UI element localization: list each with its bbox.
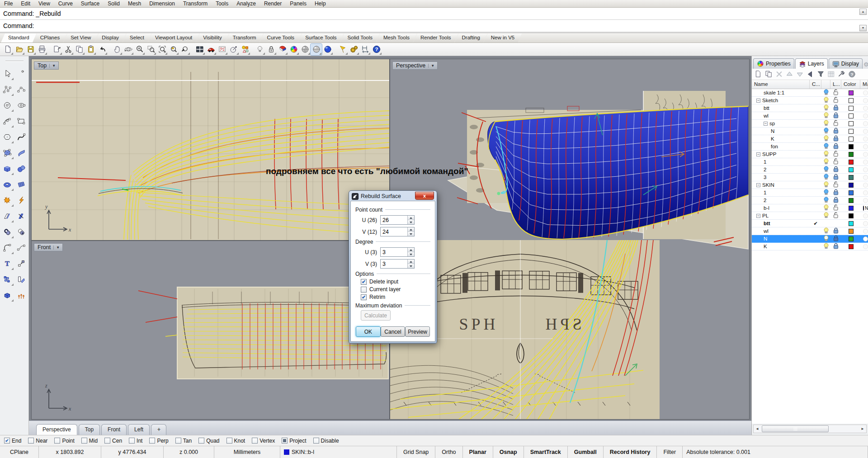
arc-icon[interactable] [0, 113, 14, 129]
menu-item-tools[interactable]: Tools [212, 0, 232, 8]
box-icon[interactable] [0, 161, 14, 176]
checkbox-icon[interactable]: ✔ [4, 438, 10, 444]
layer-material-cell[interactable] [860, 198, 868, 203]
checkbox-icon[interactable] [198, 438, 204, 444]
scroll-right-icon[interactable]: ► [859, 425, 866, 433]
undo-view-icon[interactable] [179, 44, 190, 55]
layer-color-cell[interactable] [841, 137, 860, 142]
layer-visibility-cell[interactable] [821, 89, 830, 97]
expander-icon[interactable]: − [756, 214, 760, 218]
layer-visibility-cell[interactable] [821, 243, 830, 250]
menu-item-edit[interactable]: Edit [17, 0, 34, 8]
undo-icon[interactable] [96, 44, 108, 55]
edit-page-icon[interactable] [51, 44, 62, 55]
layer-material-cell[interactable] [860, 175, 868, 180]
layer-lock-cell[interactable] [830, 112, 841, 119]
osnap-knot[interactable]: Knot [226, 438, 245, 444]
save-icon[interactable] [25, 44, 36, 55]
layer-material-cell[interactable] [860, 229, 868, 234]
viewport-tab-left[interactable]: Left [128, 424, 150, 435]
sphere-a-icon[interactable] [299, 44, 311, 55]
status-pane-gumball[interactable]: Gumball [568, 446, 604, 458]
menu-item-solid[interactable]: Solid [104, 0, 124, 8]
cut-icon[interactable] [62, 44, 74, 55]
tools-icon[interactable] [837, 70, 846, 79]
delete-layer-icon[interactable] [775, 70, 783, 79]
layer-material-cell[interactable] [860, 167, 868, 172]
layer-color-cell[interactable] [841, 175, 860, 180]
srf-pts-icon[interactable] [0, 145, 14, 161]
help-icon[interactable]: ? [371, 44, 382, 55]
checkbox-icon[interactable] [149, 438, 155, 444]
toolbar-tab-select[interactable]: Select [123, 33, 151, 42]
color-wheel-icon[interactable] [288, 44, 299, 55]
shapes-icon[interactable] [239, 44, 250, 55]
lightning-icon[interactable] [14, 192, 28, 208]
ellipse-icon[interactable] [14, 97, 28, 113]
osnap-vertex[interactable]: Vertex [252, 438, 275, 444]
layer-visibility-cell[interactable] [821, 97, 830, 104]
status-pane-osnap[interactable]: Osnap [493, 446, 524, 458]
layer-visibility-cell[interactable] [821, 151, 830, 158]
toolbar-tab-curve-tools[interactable]: Curve Tools [260, 33, 302, 42]
layer-lock-cell[interactable] [830, 181, 841, 189]
array-shear-icon[interactable] [14, 271, 28, 287]
chevron-down-icon[interactable]: ▼ [49, 64, 57, 68]
copy-icon[interactable] [74, 44, 85, 55]
layer-lock-cell[interactable] [830, 204, 841, 212]
layer-visibility-cell[interactable] [821, 104, 830, 112]
osnap-cen[interactable]: Cen [104, 438, 122, 444]
layer-visibility-cell[interactable] [821, 166, 830, 174]
help-gray-icon[interactable]: ? [848, 70, 856, 79]
layer-lock-cell[interactable] [830, 166, 841, 173]
checkbox-icon[interactable]: ✔ [361, 294, 367, 300]
layer-color-cell[interactable] [841, 106, 860, 111]
osnap-disable[interactable]: Disable [313, 438, 339, 444]
toolbar-tab-viewport-layout[interactable]: Viewport Layout [148, 33, 199, 42]
named-view-icon[interactable] [205, 44, 217, 55]
checkbox-icon[interactable] [54, 438, 60, 444]
extrude-icon[interactable] [14, 287, 28, 303]
u-count-spin-buttons[interactable] [407, 216, 414, 224]
osnap-perp[interactable]: Perp [149, 438, 168, 444]
layer-row-2-10[interactable]: 2 [752, 166, 868, 174]
zoom-window-icon[interactable] [145, 44, 156, 55]
layer-row-b-l-15[interactable]: b-lN [752, 204, 868, 212]
lock-icon[interactable] [265, 44, 277, 55]
status-pane-smarttrack[interactable]: SmartTrack [524, 446, 568, 458]
toolbar-tab-mesh-tools[interactable]: Mesh Tools [376, 33, 417, 42]
ok-button[interactable]: OK [356, 326, 381, 337]
checkbox-icon[interactable] [226, 438, 232, 444]
layer-material-cell[interactable] [860, 236, 868, 241]
orbit-icon[interactable] [123, 44, 134, 55]
toolbar-tab-cplanes[interactable]: CPlanes [33, 33, 67, 42]
menu-item-help[interactable]: Help [311, 0, 330, 8]
layer-row-skin-12[interactable]: −SKIN [752, 181, 868, 189]
layer-material-cell[interactable] [860, 90, 868, 95]
layer-color-cell[interactable] [841, 152, 860, 157]
layer-color-cell[interactable] [841, 236, 860, 241]
array-rect-icon[interactable] [0, 271, 14, 287]
viewport-top[interactable]: yx Top▼ [32, 59, 389, 240]
layer-visibility-cell[interactable] [821, 135, 830, 143]
layer-column-name[interactable]: Name [752, 80, 810, 89]
layer-lock-cell[interactable] [830, 212, 841, 219]
layer-row-fon-7[interactable]: fon [752, 143, 868, 151]
toolbar-grip[interactable] [5, 61, 24, 62]
layer-color-cell[interactable] [841, 113, 860, 118]
layer-material-cell[interactable] [860, 129, 868, 134]
layer-lock-cell[interactable] [830, 197, 841, 204]
layer-column-color[interactable]: Color [841, 80, 860, 89]
layer-lock-cell[interactable] [830, 227, 841, 235]
option-retrim[interactable]: ✔Retrim [361, 294, 430, 300]
print-icon[interactable] [36, 44, 47, 55]
zoom-dynamic-icon[interactable] [134, 44, 145, 55]
layer-row-btt-2[interactable]: btt [752, 104, 868, 112]
toolbar-tab-solid-tools[interactable]: Solid Tools [340, 33, 380, 42]
layer-row-skale-1-1-0[interactable]: skale 1:1 [752, 89, 868, 97]
menu-item-analyze[interactable]: Analyze [232, 0, 260, 8]
osnap-int[interactable]: Int [129, 438, 142, 444]
toolbar-tab-drafting[interactable]: Drafting [455, 33, 487, 42]
layer-visibility-cell[interactable] [821, 127, 830, 135]
layer-material-cell[interactable] [860, 160, 868, 165]
